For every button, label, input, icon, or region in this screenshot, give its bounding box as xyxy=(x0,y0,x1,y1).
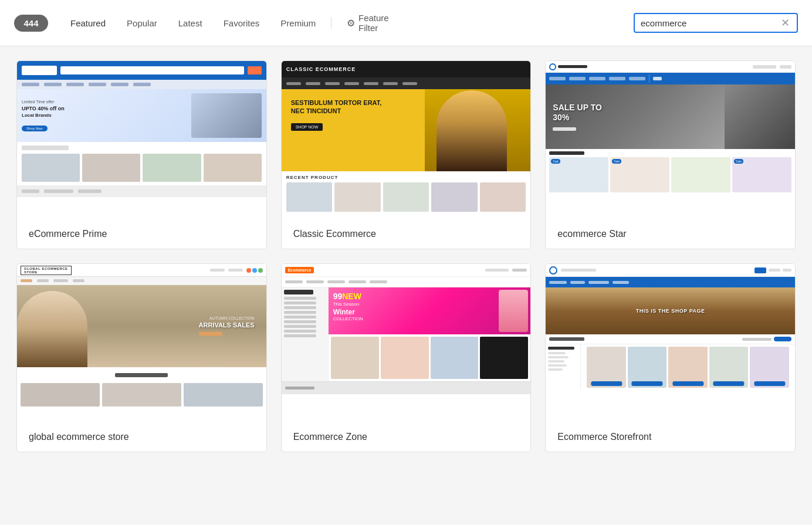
nav-divider xyxy=(331,17,331,29)
prime-banner: Limited Time offer UPTO 40% off on Local… xyxy=(17,89,266,142)
classic-nav-item xyxy=(383,82,398,85)
zone-main: 99NEW This Season Winter COLLECTION xyxy=(329,287,531,381)
star-hero: SALE UP TO30% xyxy=(546,84,795,149)
prime-footer-item xyxy=(78,189,102,193)
star-nav-search xyxy=(653,77,662,80)
storefront-product xyxy=(709,347,749,388)
star-nav-item xyxy=(549,77,566,80)
storefront-hero: THIS IS THE SHOP PAGE xyxy=(546,287,795,334)
storefront-filter-item xyxy=(548,360,564,363)
tab-featured[interactable]: Featured xyxy=(60,13,116,33)
prime-nav-item xyxy=(111,83,128,86)
prime-section-title xyxy=(22,145,69,150)
zone-sidebar-title xyxy=(284,290,313,294)
global-product xyxy=(184,383,263,407)
zone-sidebar-item xyxy=(284,330,316,333)
prime-nav xyxy=(17,80,266,89)
global-hero-subtitle: AUTUMN COLLECTION xyxy=(199,316,255,320)
storefront-product xyxy=(668,347,708,388)
prime-product xyxy=(22,154,80,182)
storefront-add-btn xyxy=(632,381,663,386)
tab-premium[interactable]: Premium xyxy=(270,13,326,33)
prime-hero-img-fill xyxy=(191,93,262,138)
zone-product xyxy=(381,337,429,379)
feature-filter-button[interactable]: ⚙ Feature Filter xyxy=(336,8,400,38)
classic-nav-item xyxy=(344,82,359,85)
zone-footer-text xyxy=(285,387,314,389)
theme-preview-zone: Ecommerce xyxy=(282,264,531,422)
storefront-filter-title xyxy=(548,347,574,350)
main-content: Limited Time offer UPTO 40% off on Local… xyxy=(0,46,812,466)
classic-nav-item xyxy=(402,82,417,85)
theme-preview-storefront: THIS IS THE SHOP PAGE xyxy=(546,264,795,422)
star-logo-text xyxy=(558,65,587,68)
zone-sidebar-item xyxy=(284,302,316,304)
star-logo xyxy=(549,63,587,70)
zone-products xyxy=(329,334,531,381)
classic-hero: SESTIBULUM TORTOR ERAT,NEC TINCIDUNT SHO… xyxy=(282,89,531,171)
clear-search-button[interactable]: ✕ xyxy=(780,18,791,28)
gear-icon: ⚙ xyxy=(347,18,355,29)
prime-search xyxy=(60,66,244,74)
global-nav-shop xyxy=(21,279,32,282)
storefront-filter-sidebar xyxy=(546,344,581,390)
tab-favorites[interactable]: Favorites xyxy=(213,13,270,33)
classic-product xyxy=(480,182,526,212)
star-product: Sale xyxy=(610,157,669,192)
global-hero-title: ARRIVALS SALES xyxy=(199,321,255,329)
zone-header-right xyxy=(314,269,527,272)
prime-products xyxy=(17,154,266,182)
prime-nav-item xyxy=(133,83,151,86)
star-nav-item xyxy=(589,77,605,80)
star-sale-text: SALE UP TO30% xyxy=(553,103,788,123)
theme-card-global-ecommerce[interactable]: GLOBAL ECOMMERCESTORE xyxy=(16,263,267,452)
zone-nav-item xyxy=(327,280,345,283)
zone-banner-num: 99NEW xyxy=(333,292,526,300)
global-section-title xyxy=(115,373,168,377)
classic-product xyxy=(431,182,478,212)
storefront-hero-text: THIS IS THE SHOP PAGE xyxy=(636,308,705,314)
prime-banner-text: Limited Time offer UPTO 40% off on Local… xyxy=(22,100,191,132)
classic-products xyxy=(286,182,526,212)
zone-nav-item xyxy=(349,280,366,283)
global-product xyxy=(102,383,181,407)
prime-footer xyxy=(17,185,266,197)
theme-card-ecommerce-storefront[interactable]: THIS IS THE SHOP PAGE xyxy=(545,263,796,452)
theme-card-classic-ecommerce[interactable]: CLASSIC ECOMMERCE SESTIBULUM TORTOR ERAT… xyxy=(281,60,532,249)
search-box: ✕ xyxy=(634,13,798,33)
tab-latest[interactable]: Latest xyxy=(168,13,213,33)
global-hero-text: AUTUMN COLLECTION ARRIVALS SALES xyxy=(199,316,255,336)
zone-sidebar-item xyxy=(284,334,316,337)
zone-banner-col: COLLECTION xyxy=(333,316,526,321)
filter-nav: Featured Popular Latest Favorites Premiu… xyxy=(60,8,400,38)
theme-card-ecommerce-zone[interactable]: Ecommerce xyxy=(281,263,532,452)
star-badge: Sale xyxy=(734,159,743,164)
global-products xyxy=(17,383,266,407)
theme-name-prime: eCommerce Prime xyxy=(17,219,266,249)
global-product xyxy=(21,383,100,407)
classic-recent-title: RECENT PRODUCT xyxy=(286,175,526,180)
star-section-title xyxy=(549,151,584,155)
storefront-nav-item xyxy=(570,281,585,284)
star-badge: Sale xyxy=(612,159,621,164)
theme-card-ecommerce-prime[interactable]: Limited Time offer UPTO 40% off on Local… xyxy=(16,60,267,249)
theme-card-ecommerce-star[interactable]: SALE UP TO30% Sale Sale xyxy=(545,60,796,249)
star-product xyxy=(671,157,730,192)
prime-product xyxy=(143,154,201,182)
star-nav-item xyxy=(569,77,586,80)
classic-hero-btn: SHOP NOW xyxy=(291,123,323,131)
zone-logo: Ecommerce xyxy=(285,267,314,273)
global-avatar xyxy=(258,268,263,273)
star-topbar xyxy=(546,61,795,73)
storefront-add-btn xyxy=(754,381,785,386)
storefront-nav-item xyxy=(613,281,629,284)
zone-banner-season: This Season xyxy=(333,302,526,307)
storefront-logo-circle xyxy=(549,266,557,275)
global-hero-btn xyxy=(199,332,222,336)
tab-popular[interactable]: Popular xyxy=(116,13,168,33)
theme-count-badge: 444 xyxy=(14,15,48,32)
theme-preview-classic: CLASSIC ECOMMERCE SESTIBULUM TORTOR ERAT… xyxy=(282,61,531,219)
global-avatar xyxy=(246,268,251,273)
search-input[interactable] xyxy=(641,18,780,28)
global-avatar xyxy=(252,268,257,273)
